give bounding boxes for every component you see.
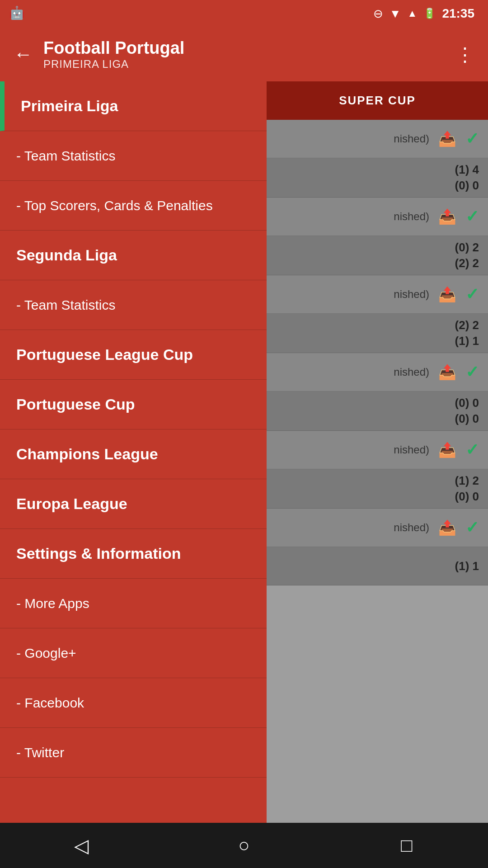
score-line: (0) 0 — [455, 412, 479, 426]
menu-button[interactable]: ⋮ — [455, 43, 474, 66]
drawer-item-google-plus[interactable]: - Google+ — [0, 628, 267, 678]
drawer-item-more-apps[interactable]: - More Apps — [0, 579, 267, 628]
match-status: nished) — [394, 443, 429, 456]
score-group: (1) 1 — [455, 559, 479, 573]
drawer-item-label: - Team Statistics — [16, 148, 116, 164]
check-icon: ✓ — [465, 363, 479, 382]
nav-bar: ◁ ○ □ — [0, 823, 488, 868]
drawer-item-team-stats-1[interactable]: - Team Statistics — [0, 131, 267, 181]
drawer-item-label: Europa League — [16, 495, 127, 513]
share-icon[interactable]: 📤 — [438, 519, 456, 536]
drawer-item-label: Segunda Liga — [16, 246, 117, 264]
wifi-icon: ▼ — [389, 7, 401, 21]
match-row: (1) 1 — [267, 547, 488, 585]
score-line: (1) 4 — [455, 163, 479, 177]
drawer-item-label: - Team Statistics — [16, 297, 116, 313]
back-nav-button[interactable]: ◁ — [63, 827, 99, 863]
android-icon: 🤖 — [9, 5, 25, 20]
match-row: (0) 0 (0) 0 — [267, 392, 488, 431]
main-area: Primeira Liga - Team Statistics - Top Sc… — [0, 81, 488, 823]
drawer-item-label: Portuguese Cup — [16, 396, 135, 413]
match-row: (1) 4 (0) 0 — [267, 158, 488, 198]
match-status: nished) — [394, 521, 429, 534]
score-line: (0) 0 — [455, 396, 479, 410]
drawer-item-label: Champions League — [16, 445, 158, 463]
share-icon[interactable]: 📤 — [438, 208, 456, 225]
drawer-item-champions-league[interactable]: Champions League — [0, 429, 267, 479]
drawer-item-segunda-liga[interactable]: Segunda Liga — [0, 231, 267, 280]
stop-icon: ⊖ — [373, 7, 383, 21]
match-row: nished) 📤 ✓ — [267, 353, 488, 392]
drawer-item-label: - Google+ — [16, 646, 76, 661]
app-title: Football Portugal — [43, 38, 445, 58]
app-bar-title-group: Football Portugal PRIMEIRA LIGA — [43, 38, 445, 71]
score-line: (2) 2 — [455, 256, 479, 270]
drawer-item-settings[interactable]: Settings & Information — [0, 529, 267, 579]
score-group: (0) 2 (2) 2 — [455, 241, 479, 270]
drawer-item-facebook[interactable]: - Facebook — [0, 678, 267, 728]
drawer-item-label: Settings & Information — [16, 545, 181, 562]
match-row: nished) 📤 ✓ — [267, 431, 488, 469]
match-status: nished) — [394, 366, 429, 378]
drawer-item-label: - Twitter — [16, 745, 64, 760]
match-row: nished) 📤 ✓ — [267, 275, 488, 314]
score-group: (1) 4 (0) 0 — [455, 163, 479, 193]
back-button[interactable]: ← — [14, 43, 33, 65]
recent-nav-button[interactable]: □ — [389, 827, 425, 863]
check-icon: ✓ — [465, 440, 479, 459]
super-cup-header: SUPER CUP — [267, 81, 488, 120]
score-group: (0) 0 (0) 0 — [455, 396, 479, 426]
drawer-item-label: Portuguese League Cup — [16, 346, 193, 363]
score-group: (1) 2 (0) 0 — [455, 474, 479, 504]
content-area: SUPER CUP nished) 📤 ✓ (1) 4 (0) 0 nished… — [267, 81, 488, 823]
drawer-item-team-stats-2[interactable]: - Team Statistics — [0, 280, 267, 330]
drawer-item-label: - Facebook — [16, 695, 84, 711]
drawer-item-primeira-liga[interactable]: Primeira Liga — [0, 81, 267, 131]
drawer-item-europa-league[interactable]: Europa League — [0, 479, 267, 529]
score-group: (2) 2 (1) 1 — [455, 318, 479, 348]
score-line: (2) 2 — [455, 318, 479, 332]
score-line: (0) 0 — [455, 179, 479, 193]
share-icon[interactable]: 📤 — [438, 441, 456, 458]
score-line: (1) 1 — [455, 559, 479, 573]
match-row: (1) 2 (0) 0 — [267, 469, 488, 509]
drawer-item-label: Primeira Liga — [21, 97, 118, 115]
drawer-item-twitter[interactable]: - Twitter — [0, 728, 267, 778]
check-icon: ✓ — [465, 285, 479, 304]
app-bar: ← Football Portugal PRIMEIRA LIGA ⋮ — [0, 27, 488, 81]
super-cup-label: SUPER CUP — [339, 94, 416, 108]
app-subtitle: PRIMEIRA LIGA — [43, 58, 445, 71]
match-row: nished) 📤 ✓ — [267, 509, 488, 547]
share-icon[interactable]: 📤 — [438, 363, 456, 381]
check-icon: ✓ — [465, 518, 479, 537]
check-icon: ✓ — [465, 207, 479, 226]
drawer-item-portuguese-league-cup[interactable]: Portuguese League Cup — [0, 330, 267, 380]
score-line: (1) 1 — [455, 334, 479, 348]
battery-icon: 🔋 — [423, 8, 436, 19]
match-row: (0) 2 (2) 2 — [267, 236, 488, 275]
match-list: nished) 📤 ✓ (1) 4 (0) 0 nished) 📤 ✓ — [267, 120, 488, 585]
drawer-item-label: - Top Scorers, Cards & Penalties — [16, 198, 213, 213]
home-nav-button[interactable]: ○ — [226, 827, 262, 863]
score-line: (0) 2 — [455, 241, 479, 255]
status-time: 21:35 — [442, 6, 474, 21]
match-status: nished) — [394, 288, 429, 301]
check-icon: ✓ — [465, 129, 479, 148]
signal-icon: ▲ — [408, 8, 418, 19]
status-bar: 🤖 ⊖ ▼ ▲ 🔋 21:35 — [0, 0, 488, 27]
score-line: (1) 2 — [455, 474, 479, 488]
drawer-item-top-scorers[interactable]: - Top Scorers, Cards & Penalties — [0, 181, 267, 231]
navigation-drawer: Primeira Liga - Team Statistics - Top Sc… — [0, 81, 267, 823]
match-row: (2) 2 (1) 1 — [267, 314, 488, 353]
share-icon[interactable]: 📤 — [438, 286, 456, 303]
match-status: nished) — [394, 210, 429, 223]
share-icon[interactable]: 📤 — [438, 130, 456, 147]
match-row: nished) 📤 ✓ — [267, 198, 488, 236]
drawer-item-portuguese-cup[interactable]: Portuguese Cup — [0, 380, 267, 429]
drawer-item-label: - More Apps — [16, 596, 89, 611]
match-status: nished) — [394, 132, 429, 145]
score-line: (0) 0 — [455, 490, 479, 504]
match-row: nished) 📤 ✓ — [267, 120, 488, 158]
